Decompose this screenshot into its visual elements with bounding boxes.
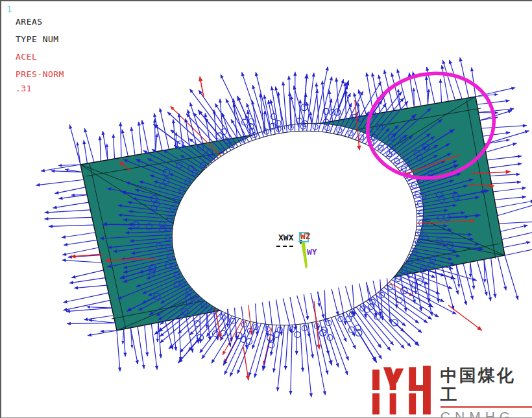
triad-x-label: XWX: [278, 233, 293, 242]
plot-number: 1: [6, 4, 12, 14]
triad-z-label: WZ: [300, 231, 311, 241]
legend-areas: AREAS: [16, 13, 64, 30]
triad-x-axis-dash: [276, 246, 293, 247]
model-viewport[interactable]: [1, 1, 532, 418]
plot-legend: AREAS TYPE NUM ACEL PRES-NORM .31: [16, 13, 64, 94]
legend-acel: ACEL: [16, 48, 64, 65]
legend-type-num: TYPE NUM: [16, 30, 64, 48]
legend-pres-value: .31: [16, 83, 64, 94]
triad-y-label: WY: [307, 247, 317, 257]
legend-pres-norm: PRES-NORM: [16, 65, 64, 83]
ansys-graphics-window: 中国煤化工 CNMHG 1 AREAS TYPE NUM ACEL PRES-N…: [0, 0, 532, 418]
